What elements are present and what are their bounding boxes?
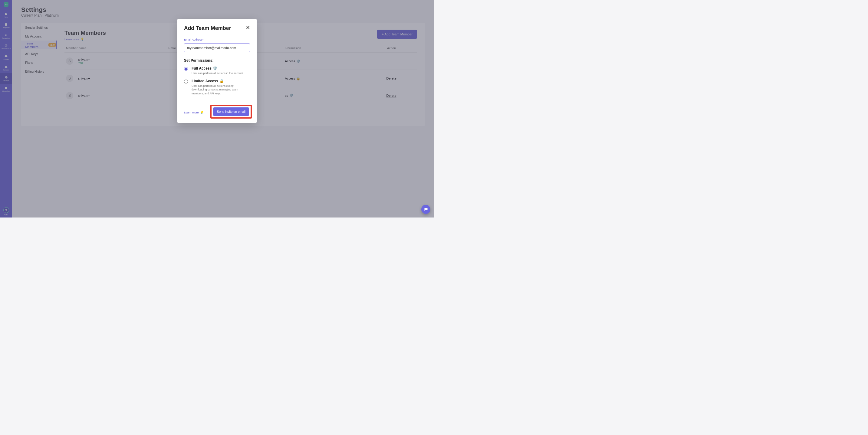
modal-title: Add Team Member <box>184 25 231 31</box>
modal-overlay: Add Team Member ✕ Email Address* Set Per… <box>0 0 434 218</box>
callout-highlight: Send invite on email <box>210 105 252 119</box>
close-icon[interactable]: ✕ <box>246 25 250 30</box>
limited-access-label: Limited Access 🔒 <box>192 79 248 83</box>
limited-access-radio[interactable] <box>184 79 188 83</box>
permissions-heading: Set Permissions: <box>184 58 250 63</box>
chat-widget[interactable] <box>421 205 430 214</box>
full-access-label: Full Access 🛡️ <box>192 66 243 70</box>
full-access-desc: User can perform all actions in the acco… <box>192 71 243 75</box>
chat-icon <box>424 207 428 212</box>
shield-icon: 🛡️ <box>213 66 217 70</box>
email-input[interactable] <box>184 43 250 52</box>
bulb-icon: 💡 <box>200 111 204 114</box>
limited-access-desc: User can perform all actions except down… <box>192 84 248 96</box>
add-team-member-modal: Add Team Member ✕ Email Address* Set Per… <box>177 19 257 123</box>
email-label: Email Address* <box>184 38 204 41</box>
modal-learn-more-link[interactable]: Learn more 💡 <box>184 111 204 114</box>
send-invite-button[interactable]: Send invite on email <box>213 107 249 116</box>
full-access-radio[interactable] <box>184 67 188 71</box>
lock-icon: 🔒 <box>219 79 224 83</box>
